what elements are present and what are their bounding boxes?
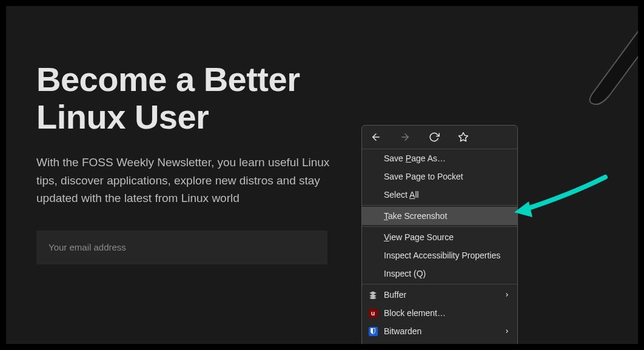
bookmark-icon[interactable]: [458, 132, 469, 143]
buffer-icon: [368, 290, 378, 300]
menu-inspect-accessibility[interactable]: Inspect Accessibility Properties: [362, 246, 517, 264]
menu-label: Inspect (Q): [384, 269, 426, 278]
menu-block-element[interactable]: u Block element…: [362, 304, 517, 322]
menu-inspect[interactable]: Inspect (Q): [362, 264, 517, 283]
menu-label: Take Screenshot: [384, 211, 447, 221]
menu-label: Buffer: [384, 290, 406, 300]
chevron-right-icon: [504, 326, 510, 336]
bitwarden-icon: [368, 326, 378, 336]
page-background: Become a Better Linux User With the FOSS…: [6, 6, 638, 344]
menu-save-page-as[interactable]: Save Page As…: [362, 149, 517, 167]
ublock-icon: u: [368, 308, 378, 318]
menu-label: Save Page As…: [384, 153, 446, 163]
menu-take-screenshot[interactable]: Take Screenshot: [362, 207, 517, 225]
decorative-pen-graphic: [544, 20, 638, 126]
menu-separator: [362, 205, 517, 206]
annotation-arrow: [508, 171, 611, 220]
svg-marker-2: [459, 133, 468, 141]
menu-separator: [362, 226, 517, 227]
menu-separator: [362, 284, 517, 284]
menu-select-all[interactable]: Select All: [362, 186, 517, 204]
menu-label: Bitwarden: [384, 326, 421, 336]
hero-section: Become a Better Linux User With the FOSS…: [6, 6, 370, 264]
context-menu-nav-row: [362, 126, 517, 149]
page-subtitle: With the FOSS Weekly Newsletter, you lea…: [36, 153, 334, 207]
menu-label: Select All: [384, 190, 419, 200]
menu-buffer[interactable]: Buffer: [362, 286, 517, 304]
menu-label: Block element…: [384, 308, 446, 318]
context-menu: Save Page As… Save Page to Pocket Select…: [361, 125, 518, 344]
menu-label: Inspect Accessibility Properties: [384, 251, 500, 260]
menu-label: Save Page to Pocket: [384, 172, 463, 181]
back-icon[interactable]: [371, 132, 381, 143]
menu-bitwarden[interactable]: Bitwarden: [362, 322, 517, 340]
menu-label: View Page Source: [384, 232, 454, 242]
menu-save-to-pocket[interactable]: Save Page to Pocket: [362, 167, 517, 186]
page-title: Become a Better Linux User: [36, 61, 340, 135]
menu-search[interactable]: P Search: [362, 340, 517, 344]
forward-icon: [400, 132, 411, 143]
menu-view-page-source[interactable]: View Page Source: [362, 228, 517, 246]
chevron-right-icon: [504, 290, 510, 300]
email-input[interactable]: Your email address: [36, 231, 327, 264]
reload-icon[interactable]: [429, 132, 440, 143]
